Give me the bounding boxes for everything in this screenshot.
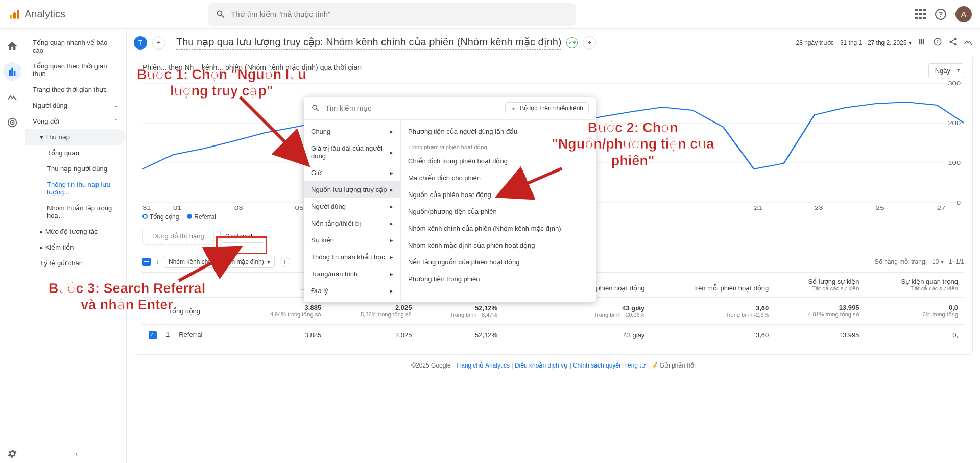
product-logo[interactable]: Analytics xyxy=(8,8,65,20)
sidebar-item-acquisition[interactable]: ▾ Thu nạp xyxy=(25,129,126,145)
rail-advertising-icon[interactable] xyxy=(3,113,21,132)
svg-point-5 xyxy=(11,122,13,124)
dd-category-geo[interactable]: Địa lý▸ xyxy=(304,282,400,299)
data-row[interactable]: 1Referral 3.885 2.025 52,12% 43 giây 3,6… xyxy=(142,325,964,346)
sidebar-item-engagement[interactable]: ▸ Mức độ tương tác xyxy=(25,224,126,239)
rail-admin-icon[interactable] xyxy=(3,445,21,463)
dd-scope-header: Trong phạm vi phiên hoạt động xyxy=(401,140,596,153)
table-search[interactable] xyxy=(220,230,266,243)
svg-text:25: 25 xyxy=(876,205,885,211)
status-check-icon[interactable]: ✓▾ xyxy=(566,37,578,48)
add-segment-button[interactable]: + xyxy=(152,36,165,50)
svg-text:100: 100 xyxy=(948,160,961,166)
footer-link-home[interactable]: Trang chủ Analytics xyxy=(456,362,510,369)
legend-referral: Referral xyxy=(187,213,216,221)
segment-chip[interactable]: T xyxy=(134,36,147,50)
date-range-picker[interactable]: 31 thg 1 - 27 thg 2, 2025 ▾ xyxy=(840,39,912,46)
apps-menu-icon[interactable] xyxy=(915,9,926,19)
dd-category-demographics[interactable]: Thông tin nhân khẩu học▸ xyxy=(304,249,400,265)
search-icon xyxy=(311,104,320,113)
rows-per-page-value[interactable]: 10 ▾ xyxy=(932,258,944,265)
search-icon xyxy=(225,232,231,240)
sidebar-item-realtime-pages[interactable]: Trang theo thời gian thực xyxy=(25,82,126,98)
svg-text:300: 300 xyxy=(948,80,961,87)
insights-icon[interactable] xyxy=(933,37,942,48)
sidebar-collapse-handle[interactable]: ‹ xyxy=(76,450,78,458)
sidebar-item-acq-overview[interactable]: Tổng quan xyxy=(25,145,126,161)
plot-rows-pill[interactable]: Dựng đồ thị hàng xyxy=(142,228,214,245)
dropdown-search-input[interactable] xyxy=(325,104,500,112)
dd-category-hour[interactable]: Giờ▸ xyxy=(304,164,400,181)
share-icon[interactable] xyxy=(948,37,958,48)
dd-item-first-user-medium[interactable]: Phương tiện của người dùng lần đầu xyxy=(401,123,596,140)
dd-item-session-source-medium[interactable]: Nguồn/phương tiện của phiên xyxy=(401,203,596,220)
svg-text:0: 0 xyxy=(957,200,961,206)
dd-category-ltv[interactable]: Giá trị lâu dài của người dùng▸ xyxy=(304,140,400,164)
dd-item-session-default-channel[interactable]: Nhóm kênh mặc định của phiên hoạt động xyxy=(401,237,596,254)
dd-category-platform[interactable]: Nền tảng/thiết bị▸ xyxy=(304,215,400,232)
global-search-input[interactable] xyxy=(231,10,569,18)
footer-feedback[interactable]: Gửi phản hồi xyxy=(660,362,696,369)
rail-explore-icon[interactable] xyxy=(3,88,21,106)
dd-item-session-source-platform[interactable]: Nền tảng nguồn của phiên hoạt động xyxy=(401,254,596,271)
chevron-up-icon: ⌃ xyxy=(114,118,118,124)
select-all-checkbox[interactable] xyxy=(142,258,151,266)
dd-category-general[interactable]: Chung▸ xyxy=(304,123,400,140)
dd-category-user[interactable]: Người dùng▸ xyxy=(304,198,400,215)
product-name: Analytics xyxy=(25,8,65,20)
sidebar-item-acq-user[interactable]: Thu nạp người dùng xyxy=(25,161,126,177)
dropdown-filter-chip[interactable]: Bộ lọc Trên nhiều kênh xyxy=(505,102,589,114)
sidebar-section-users[interactable]: Người dùng⌄ xyxy=(25,98,126,113)
granularity-select[interactable]: Ngày xyxy=(928,63,964,78)
analytics-logo-icon xyxy=(8,8,20,20)
dd-item-session-medium[interactable]: Phương tiện trong phiên xyxy=(401,271,596,287)
svg-text:23: 23 xyxy=(815,205,823,211)
customize-icon[interactable] xyxy=(918,37,927,48)
footer-link-terms[interactable]: Điều khoản dịch vụ xyxy=(515,362,568,369)
dd-item-session-campaign-id[interactable]: Mã chiến dịch cho phiên xyxy=(401,169,596,186)
table-search-input[interactable] xyxy=(231,232,261,240)
chart-title: Phiên... theo Nh... kênh... phiên (Nhóm … xyxy=(142,63,964,71)
add-comparison-button[interactable]: + xyxy=(583,36,596,50)
dd-category-event[interactable]: Sự kiện▸ xyxy=(304,232,400,249)
dimension-dropdown: Bộ lọc Trên nhiều kênh Chung▸ Giá trị lâ… xyxy=(304,97,596,302)
date-preset-label: 28 ngày trước xyxy=(796,39,834,46)
sidebar-item-monetization[interactable]: ▸ Kiếm tiền xyxy=(25,239,126,255)
dd-item-session-source[interactable]: Nguồn của phiên hoạt động xyxy=(401,186,596,203)
add-secondary-dimension[interactable]: + xyxy=(280,257,290,267)
primary-dimension-select[interactable]: Nhóm kênh chính...kênh mặc định)▾ xyxy=(164,256,275,268)
svg-text:200: 200 xyxy=(948,120,961,127)
dd-item-session-channel-group[interactable]: Nhóm kênh chính của phiên (Nhóm kênh mặc… xyxy=(401,220,596,237)
report-sidebar: Tổng quan nhanh về báo cáo Tổng quan the… xyxy=(25,29,127,463)
page-footer: ©2025 Google | Trang chủ Analytics | Điề… xyxy=(134,355,973,376)
dd-category-page[interactable]: Trang/màn hình▸ xyxy=(304,265,400,282)
report-title[interactable]: Thu nạp qua lưu lượng truy cập: Nhóm kên… xyxy=(176,36,561,50)
sidebar-item-realtime-overview[interactable]: Tổng quan theo thời gian thực xyxy=(25,58,126,82)
help-icon[interactable]: ? xyxy=(935,9,946,20)
row-checkbox[interactable] xyxy=(149,331,157,339)
sidebar-section-lifecycle[interactable]: Vòng đời⌃ xyxy=(25,113,126,129)
sidebar-item-overview[interactable]: Tổng quan nhanh về báo cáo xyxy=(25,35,126,58)
footer-link-privacy[interactable]: Chính sách quyền riêng tư xyxy=(573,362,646,369)
svg-rect-0 xyxy=(10,15,12,19)
user-avatar[interactable]: A xyxy=(955,6,972,22)
sidebar-item-retention[interactable]: Tỷ lệ giữ chân xyxy=(25,255,126,271)
svg-rect-2 xyxy=(17,10,19,19)
dd-category-traffic-source[interactable]: Nguồn lưu lượng truy cập▸ xyxy=(304,181,400,198)
rail-reports-icon[interactable] xyxy=(3,62,21,81)
svg-text:01: 01 xyxy=(173,205,182,211)
svg-text:03: 03 xyxy=(234,205,243,211)
rows-per-page-label: Số hàng mỗi trang: xyxy=(875,258,927,265)
svg-text:21: 21 xyxy=(754,205,762,211)
sidebar-item-acq-cohort[interactable]: Nhóm thuần tập trong hoạ... xyxy=(25,200,126,224)
svg-text:27: 27 xyxy=(937,205,946,211)
search-icon xyxy=(216,9,226,19)
rail-home-icon[interactable] xyxy=(3,37,21,55)
sidebar-item-acq-traffic[interactable]: Thông tin thu nạp lưu lượng... xyxy=(25,177,126,200)
global-search[interactable] xyxy=(208,3,576,26)
svg-point-6 xyxy=(934,38,941,45)
chevron-down-icon: ⌄ xyxy=(114,103,118,108)
dd-item-session-campaign[interactable]: Chiến dịch trong phiên hoạt động xyxy=(401,153,596,169)
trend-icon[interactable] xyxy=(964,37,973,48)
pagination-range: 1−1/1 xyxy=(949,258,964,265)
